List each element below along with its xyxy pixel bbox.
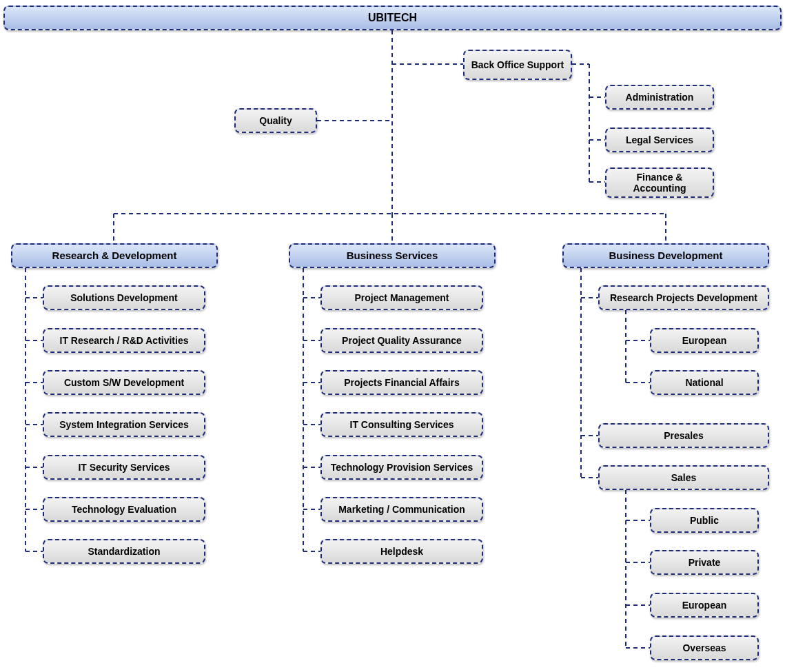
node-rpd-european: European: [650, 328, 759, 353]
node-it-consulting: IT Consulting Services: [320, 412, 483, 437]
node-it-research-rd: IT Research / R&D Activities: [43, 328, 205, 353]
node-quality: Quality: [234, 108, 317, 133]
node-legal-services: Legal Services: [605, 128, 714, 152]
node-technology-evaluation: Technology Evaluation: [43, 497, 205, 522]
node-sales: Sales: [598, 465, 769, 490]
org-chart: UBITECH Back Office Support Administrati…: [0, 0, 785, 672]
node-research-projects-dev: Research Projects Development: [598, 285, 769, 310]
node-project-qa: Project Quality Assurance: [320, 328, 483, 353]
node-project-management: Project Management: [320, 285, 483, 310]
node-helpdesk: Helpdesk: [320, 539, 483, 564]
node-solutions-development: Solutions Development: [43, 285, 205, 310]
node-sales-overseas: Overseas: [650, 635, 759, 660]
node-administration: Administration: [605, 85, 714, 110]
node-marketing-comm: Marketing / Communication: [320, 497, 483, 522]
node-sales-public: Public: [650, 508, 759, 533]
node-system-integration: System Integration Services: [43, 412, 205, 437]
node-sales-private: Private: [650, 550, 759, 575]
division-business-development: Business Development: [562, 243, 769, 268]
org-root: UBITECH: [3, 6, 782, 30]
division-business-services: Business Services: [289, 243, 496, 268]
node-custom-sw-development: Custom S/W Development: [43, 370, 205, 395]
node-projects-financial: Projects Financial Affairs: [320, 370, 483, 395]
node-back-office: Back Office Support: [463, 50, 572, 80]
node-rpd-national: National: [650, 370, 759, 395]
node-tech-provision: Technology Provision Services: [320, 455, 483, 480]
node-finance-accounting: Finance & Accounting: [605, 167, 714, 198]
node-sales-european: European: [650, 593, 759, 618]
node-presales: Presales: [598, 423, 769, 448]
node-standardization: Standardization: [43, 539, 205, 564]
division-research-development: Research & Development: [11, 243, 218, 268]
node-it-security: IT Security Services: [43, 455, 205, 480]
